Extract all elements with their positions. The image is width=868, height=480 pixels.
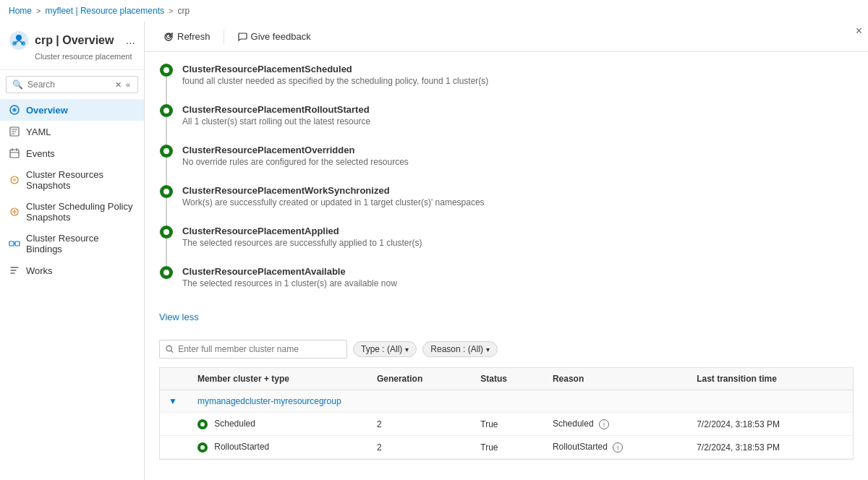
timeline-title-overridden: ClusterResourcePlacementOverridden [182, 145, 409, 155]
timeline-line-work-synchronized [166, 198, 167, 226]
timeline-connector-applied [159, 226, 174, 266]
timeline-dot-applied [160, 226, 173, 239]
timeline-content-available: ClusterResourcePlacementAvailable The se… [182, 266, 397, 300]
sidebar-search-container: 🔍 ✕ « [6, 76, 138, 93]
th-generation: Generation [368, 368, 472, 390]
timeline-content-rollout-started: ClusterResourcePlacementRolloutStarted A… [182, 104, 370, 138]
refresh-icon [163, 32, 174, 42]
row-reason-scheduled: Scheduled i [544, 413, 688, 436]
row-status-scheduled: True [472, 413, 544, 436]
svg-point-18 [13, 179, 16, 181]
timeline-desc-scheduled: found all cluster needed as specified by… [182, 76, 488, 86]
timeline-desc-overridden: No override rules are configured for the… [182, 157, 409, 167]
reason-info-icon-scheduled[interactable]: i [599, 419, 609, 429]
svg-point-8 [14, 109, 16, 111]
reason-filter-label: Reason : (All) [430, 344, 483, 354]
sidebar-item-cluster-resource-bindings[interactable]: Cluster Resource Bindings [0, 228, 144, 260]
sidebar-search-icon: 🔍 [12, 80, 23, 90]
sidebar-item-works[interactable]: Works [0, 260, 144, 281]
th-expand [160, 368, 189, 390]
sidebar-item-cluster-scheduling-policy-snapshots[interactable]: Cluster Scheduling Policy Snapshots [0, 196, 144, 228]
refresh-button[interactable]: Refresh [156, 27, 218, 46]
cluster-expand-cell[interactable]: ▼ [160, 390, 189, 413]
sidebar-item-events[interactable]: Events [0, 142, 144, 164]
th-member-cluster: Member cluster + type [189, 368, 368, 390]
yaml-icon [9, 126, 20, 137]
filter-search-container [159, 340, 347, 359]
timeline-content-work-synchronized: ClusterResourcePlacementWorkSynchronized… [182, 185, 485, 219]
sidebar-item-works-label: Works [26, 265, 53, 276]
events-icon [9, 147, 20, 159]
breadcrumb: Home > myfleet | Resource placements > c… [0, 0, 868, 22]
row-type-scheduled: Scheduled [189, 413, 368, 436]
reason-text-rollout: RolloutStarted [553, 442, 608, 452]
breadcrumb-myfleet[interactable]: myfleet | Resource placements [45, 6, 164, 16]
breadcrumb-home[interactable]: Home [9, 6, 32, 16]
sidebar-more-button[interactable]: ... [126, 34, 135, 47]
sidebar-item-scheduling-policy-label: Cluster Scheduling Policy Snapshots [26, 201, 135, 223]
toolbar: Refresh Give feedback [145, 22, 868, 52]
member-cluster-search[interactable] [178, 344, 341, 354]
timeline-line-overridden [166, 158, 167, 185]
sidebar-item-yaml-label: YAML [26, 127, 51, 137]
table-container: Member cluster + type Generation Status … [159, 367, 854, 460]
fleet-icon [9, 30, 29, 51]
sidebar-search-clear[interactable]: ✕ [114, 80, 123, 90]
resource-bindings-icon [9, 238, 20, 249]
expand-icon: ▼ [169, 396, 177, 406]
timeline-connector-scheduled [159, 64, 174, 104]
sidebar-header: crp | Overview ... Cluster resource plac… [0, 22, 144, 70]
row-gen-scheduled: 2 [368, 413, 472, 436]
sidebar-item-cluster-resources-snapshots[interactable]: Cluster Resources Snapshots [0, 164, 144, 196]
th-status: Status [472, 368, 544, 390]
main-content: × Refresh Give feedback [145, 22, 868, 480]
row-gen-rollout: 2 [368, 436, 472, 459]
type-filter[interactable]: Type : (All) ▾ [353, 341, 417, 357]
type-filter-label: Type : (All) [361, 344, 402, 354]
sidebar-item-resource-bindings-label: Cluster Resource Bindings [26, 233, 135, 254]
timeline-desc-available: The selected resources in 1 cluster(s) a… [182, 278, 397, 288]
view-less-link[interactable]: View less [145, 312, 868, 334]
row-status-rollout: True [472, 436, 544, 459]
sidebar-item-overview[interactable]: Overview [0, 99, 144, 121]
timeline-title-work-synchronized: ClusterResourcePlacementWorkSynchronized [182, 185, 485, 196]
cluster-group-row: ▼ mymanagedcluster-myresourcegroup [160, 390, 853, 413]
table-row: RolloutStarted 2 True RolloutStarted i 7… [160, 436, 853, 459]
status-dot-rollout [197, 442, 208, 453]
timeline-line-rollout-started [166, 117, 167, 145]
sidebar-search-buttons: ✕ « [114, 80, 132, 90]
timeline-connector-available [159, 266, 174, 279]
th-last-transition: Last transition time [688, 368, 853, 390]
svg-point-1 [16, 35, 22, 40]
row-reason-rollout: RolloutStarted i [544, 436, 688, 459]
timeline-item-rollout-started: ClusterResourcePlacementRolloutStarted A… [159, 104, 854, 145]
sidebar-subtitle: Cluster resource placement [9, 52, 135, 61]
row-transition-rollout: 7/2/2024, 3:18:53 PM [688, 436, 853, 459]
timeline-dot-work-synchronized [160, 185, 173, 198]
reason-filter-chevron: ▾ [486, 346, 490, 353]
sidebar-search-collapse[interactable]: « [124, 80, 132, 90]
filter-search-icon [166, 345, 174, 353]
sidebar-title: crp | Overview [35, 34, 114, 47]
timeline-dot-overridden [160, 145, 173, 158]
cluster-link[interactable]: mymanagedcluster-myresourcegroup [197, 396, 341, 406]
reason-info-icon-rollout[interactable]: i [613, 442, 623, 453]
table-section: Member cluster + type Generation Status … [145, 367, 868, 474]
sidebar-item-yaml[interactable]: YAML [0, 121, 144, 142]
timeline-dot-rollout-started [160, 104, 173, 117]
close-button[interactable]: × [856, 25, 862, 38]
timeline-title-available: ClusterResourcePlacementAvailable [182, 266, 397, 277]
timeline-desc-work-synchronized: Work(s) are successfully created or upda… [182, 197, 485, 207]
table-header-row: Member cluster + type Generation Status … [160, 368, 853, 390]
timeline-title-scheduled: ClusterResourcePlacementScheduled [182, 64, 488, 74]
svg-point-23 [166, 346, 171, 351]
reason-filter[interactable]: Reason : (All) ▾ [422, 341, 498, 357]
timeline-dot-available [160, 266, 173, 279]
sidebar-item-cluster-resources-snapshots-label: Cluster Resources Snapshots [26, 169, 135, 191]
timeline-connector-work-synchronized [159, 185, 174, 226]
timeline-item-scheduled: ClusterResourcePlacementScheduled found … [159, 64, 854, 104]
sidebar-search-input[interactable] [27, 80, 109, 90]
sidebar-nav: Overview YAML Events [0, 99, 144, 281]
feedback-button[interactable]: Give feedback [230, 27, 318, 46]
filter-bar: Type : (All) ▾ Reason : (All) ▾ [145, 334, 868, 367]
